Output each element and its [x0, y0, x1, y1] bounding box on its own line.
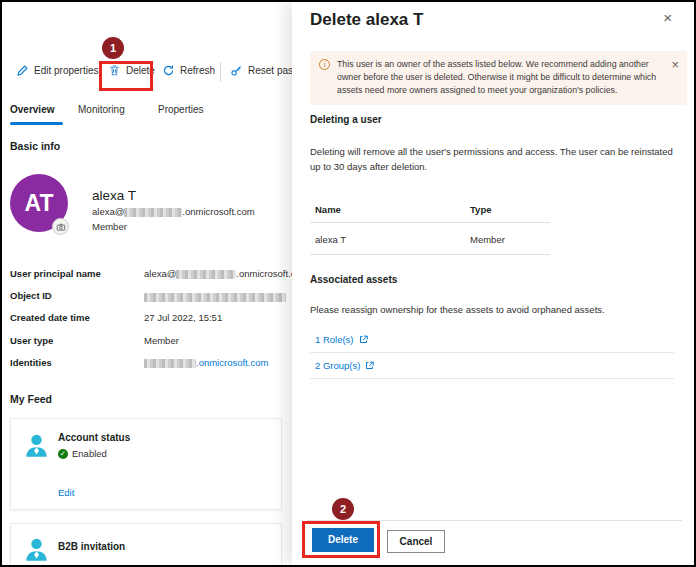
edit-account-status-link[interactable]: Edit [58, 487, 74, 498]
upn-suffix: .onmicrosoft.com [236, 268, 292, 279]
table-header-type: Type [470, 204, 491, 215]
enabled-label: Enabled [72, 448, 107, 459]
cancel-button[interactable]: Cancel [387, 530, 445, 553]
external-link-icon [359, 335, 368, 344]
roles-link-label: 1 Role(s) [315, 334, 354, 345]
reset-password-button[interactable]: Reset pass [230, 64, 292, 77]
basic-info-heading: Basic info [10, 140, 60, 152]
redacted-domain [124, 208, 182, 217]
identities-link[interactable]: .onmicrosoft.com [196, 357, 268, 368]
prop-label-created: Created date time [10, 312, 90, 323]
user-display-name: alexa T [92, 188, 136, 203]
prop-value-user-type: Member [144, 335, 179, 346]
prop-value-created: 27 Jul 2022, 15:51 [144, 312, 222, 323]
highlight-box-step2 [302, 521, 380, 558]
associated-assets-body: Please reassign ownership for these asse… [310, 302, 682, 317]
prop-label-upn: User principal name [10, 268, 101, 279]
redacted-object-id [144, 293, 286, 302]
table-header-name: Name [315, 204, 341, 215]
highlight-box-step1 [99, 61, 153, 91]
upn-prefix: alexa@ [144, 268, 176, 279]
table-divider [310, 222, 550, 223]
prop-value-identities[interactable]: .onmicrosoft.com [144, 357, 268, 368]
user-email: alexa@.onmicrosoft.com [92, 206, 255, 217]
warning-banner-text: This user is an owner of the assets list… [337, 58, 663, 98]
redacted-domain [144, 359, 196, 368]
active-tab-indicator [10, 122, 63, 125]
reset-password-label: Reset pass [248, 65, 292, 76]
table-cell-name: alexa T [315, 234, 346, 245]
tab-overview[interactable]: Overview [10, 104, 54, 115]
toolbar-divider [220, 62, 221, 82]
delete-user-panel: Delete alexa T This user is an owner of … [292, 2, 694, 565]
enabled-check-icon [58, 449, 68, 459]
redacted-domain [176, 270, 236, 279]
groups-link-label: 2 Group(s) [315, 360, 360, 371]
prop-label-object-id: Object ID [10, 290, 52, 301]
table-divider [310, 254, 550, 255]
edit-properties-label: Edit properties [34, 65, 98, 76]
edit-properties-button[interactable]: Edit properties [16, 64, 98, 77]
b2b-invitation-card: B2B invitation [10, 523, 282, 565]
tab-monitoring[interactable]: Monitoring [78, 104, 125, 115]
screenshot-frame: Edit properties Delete Refresh Reset pas… [0, 0, 696, 567]
groups-link[interactable]: 2 Group(s) [310, 354, 674, 379]
deleting-user-heading: Deleting a user [310, 114, 382, 125]
table-cell-type: Member [470, 234, 505, 245]
close-panel-icon[interactable] [663, 11, 672, 25]
my-feed-heading: My Feed [10, 393, 52, 405]
key-icon [230, 64, 243, 77]
warning-banner: This user is an owner of the assets list… [310, 51, 687, 105]
roles-link[interactable]: 1 Role(s) [310, 328, 674, 353]
refresh-button[interactable]: Refresh [162, 64, 215, 77]
prop-value-object-id [144, 291, 286, 302]
tab-properties[interactable]: Properties [158, 104, 204, 115]
avatar-initials: AT [25, 190, 54, 217]
account-status-card: Account status Enabled Edit [10, 418, 282, 510]
dismiss-banner-icon[interactable] [671, 58, 679, 72]
user-email-suffix: .onmicrosoft.com [182, 206, 254, 217]
refresh-icon [162, 64, 175, 77]
deleting-user-body: Deleting will remove all the user's perm… [310, 144, 682, 174]
pencil-icon [16, 64, 29, 77]
person-icon [23, 432, 50, 459]
step2-badge: 2 [332, 498, 354, 520]
refresh-label: Refresh [180, 65, 215, 76]
associated-assets-heading: Associated assets [310, 274, 397, 285]
b2b-invitation-title: B2B invitation [58, 541, 125, 552]
account-status-value: Enabled [58, 448, 107, 459]
info-icon [319, 59, 330, 70]
panel-title: Delete alexa T [310, 10, 423, 30]
change-photo-button[interactable] [52, 218, 69, 235]
external-link-icon [365, 361, 374, 370]
camera-icon [56, 222, 66, 232]
step1-badge: 1 [102, 37, 124, 59]
prop-label-identities: Identities [10, 357, 52, 368]
user-role: Member [92, 221, 127, 232]
user-email-prefix: alexa@ [92, 206, 124, 217]
account-status-title: Account status [58, 432, 130, 443]
person-icon [23, 536, 50, 563]
prop-value-upn: alexa@.onmicrosoft.com [144, 268, 292, 279]
prop-label-user-type: User type [10, 335, 53, 346]
